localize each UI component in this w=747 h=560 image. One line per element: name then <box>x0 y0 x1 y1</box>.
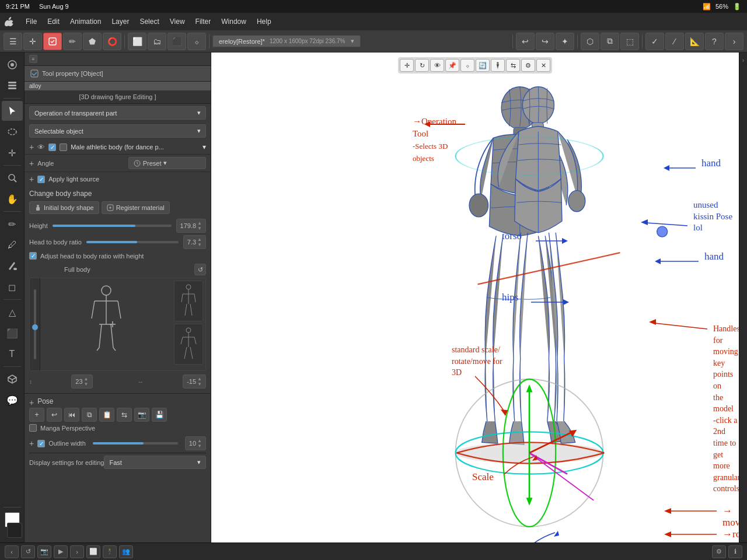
height-slider[interactable] <box>53 225 172 227</box>
ratio-slider[interactable] <box>86 241 179 243</box>
menu-animation[interactable]: Animation <box>65 16 106 27</box>
pose-camera-btn[interactable]: 📷 <box>134 408 149 422</box>
outline-value-box[interactable]: 10 ▲▼ <box>185 436 206 450</box>
tool-icon-zoom[interactable] <box>2 168 23 188</box>
panel-collapse-btn[interactable]: ≡ <box>29 55 37 63</box>
toolbar-move-btn[interactable]: ✛ <box>23 33 42 50</box>
bottom-next-btn[interactable]: › <box>70 545 84 558</box>
menu-file[interactable]: File <box>21 16 41 27</box>
toolbar-text-btn[interactable]: ⬦ <box>187 33 206 50</box>
canvas-tool-settings[interactable]: ⚙ <box>521 59 535 72</box>
sparkle-btn[interactable]: ✦ <box>556 33 574 50</box>
height-value-box[interactable]: 179.8 ▲▼ <box>176 219 206 233</box>
pose-back-btn[interactable]: ↩ <box>47 408 62 422</box>
canvas-area[interactable]: ✛ ↻ 👁 📌 ⬦ 🔄 🕴 ⇆ ⚙ ✕ →OperationT <box>211 52 739 542</box>
transform-btn[interactable]: ⧉ <box>601 33 619 50</box>
outline-slider[interactable] <box>93 442 178 444</box>
preview-refresh-btn[interactable]: ↺ <box>194 264 206 275</box>
preset-btn[interactable]: Preset ▾ <box>128 157 206 169</box>
menu-view[interactable]: View <box>165 16 190 27</box>
menu-edit[interactable]: Edit <box>43 16 64 27</box>
mini-figure-1[interactable] <box>174 281 203 321</box>
tool-icon-layers[interactable] <box>2 76 23 96</box>
adjust-checkbox[interactable]: ✓ <box>29 252 37 260</box>
bottom-settings-btn[interactable]: ⚙ <box>712 545 726 558</box>
canvas-tool-close[interactable]: ✕ <box>536 59 550 72</box>
canvas-tool-mirror[interactable]: ⇆ <box>506 59 520 72</box>
tool-icon-gradient[interactable]: ⬛ <box>2 323 23 343</box>
light-expand-btn[interactable]: + <box>29 174 34 184</box>
pose-copy-btn[interactable]: ⧉ <box>82 408 97 422</box>
outline-expand-btn[interactable]: + <box>29 439 34 448</box>
chevron-right-btn[interactable]: › <box>725 33 743 50</box>
model-eye-icon[interactable]: 👁 <box>37 143 45 152</box>
tool-icon-comic[interactable]: 💬 <box>2 390 23 410</box>
tool-icon-eraser[interactable]: ◻ <box>2 277 23 297</box>
body-height-slider[interactable] <box>30 278 40 370</box>
pose-skip-start-btn[interactable]: ⏮ <box>64 408 79 422</box>
tool-icon-1[interactable] <box>2 55 23 75</box>
toolbar-menu-btn[interactable]: ☰ <box>4 33 22 50</box>
tool-icon-fill[interactable] <box>2 256 23 276</box>
question-btn[interactable]: ? <box>705 33 724 50</box>
right-panel-toggle[interactable]: › <box>739 52 747 542</box>
model-expand-btn[interactable]: + <box>29 142 34 152</box>
model-checkbox[interactable]: ✓ <box>48 144 56 151</box>
spinner1-box[interactable]: 23 ▲▼ <box>71 374 92 388</box>
toolbar-crop-btn[interactable]: ⬜ <box>128 33 146 50</box>
menu-window[interactable]: Window <box>217 16 251 27</box>
undo-btn[interactable]: ↩ <box>516 33 535 50</box>
tool-icon-hand[interactable]: ✋ <box>2 189 23 209</box>
lasso-btn[interactable]: ⬚ <box>620 33 639 50</box>
menu-filter[interactable]: Filter <box>191 16 216 27</box>
bottom-figure-btn[interactable]: 🕴 <box>103 545 117 558</box>
initial-body-btn[interactable]: Initial body shape <box>29 201 99 214</box>
display-dropdown[interactable]: Fast ▾ <box>104 456 206 469</box>
pose-save-btn[interactable]: 💾 <box>152 408 167 422</box>
menu-help[interactable]: Help <box>252 16 276 27</box>
bottom-expand-btn[interactable]: ⬜ <box>86 545 100 558</box>
bottom-people-btn[interactable]: 👥 <box>119 545 133 558</box>
background-color[interactable] <box>7 523 22 538</box>
bottom-info-btn[interactable]: ℹ <box>728 545 742 558</box>
outline-checkbox[interactable]: ✓ <box>37 440 45 447</box>
toolbar-fill-btn[interactable]: 🗂 <box>148 33 166 50</box>
pose-paste-btn[interactable]: 📋 <box>99 408 114 422</box>
ruler-btn[interactable]: 📐 <box>685 33 704 50</box>
tool-icon-shape[interactable]: △ <box>2 302 23 322</box>
canvas-tab[interactable]: ereloy[Restore]* 1200 x 1600px 72dpi 236… <box>212 35 361 47</box>
tool-icon-text[interactable]: T <box>2 344 23 364</box>
toolbar-shape-btn[interactable]: ⭕ <box>103 33 121 50</box>
tool-icon-pointer[interactable] <box>2 101 23 121</box>
bottom-rotate-left-btn[interactable]: ↺ <box>21 545 35 558</box>
apple-menu[interactable] <box>4 16 15 27</box>
select-btn[interactable]: ⬡ <box>581 33 599 50</box>
ratio-value-box[interactable]: 7.3 ▲▼ <box>183 235 206 249</box>
tool-icon-pen[interactable]: 🖊 <box>2 235 23 255</box>
canvas-tool-pose[interactable]: 🕴 <box>491 59 505 72</box>
redo-btn[interactable]: ↪ <box>536 33 554 50</box>
menu-layer[interactable]: Layer <box>107 16 134 27</box>
manga-checkbox[interactable] <box>29 424 37 432</box>
pose-expand-btn[interactable]: + <box>29 398 34 407</box>
selectable-dropdown[interactable]: Selectable object ▾ <box>29 124 206 138</box>
canvas-tool-reset[interactable]: 🔄 <box>476 59 490 72</box>
bottom-prev-btn[interactable]: ‹ <box>5 545 19 558</box>
toolbar-edit-btn[interactable]: ✏ <box>63 33 82 50</box>
operation-dropdown[interactable]: Operation of transparent part ▾ <box>29 106 206 120</box>
canvas-tool-pin[interactable]: 📌 <box>445 59 459 72</box>
tool-icon-lasso[interactable] <box>2 122 23 142</box>
canvas-tab-close-icon[interactable]: ▾ <box>351 37 354 45</box>
toolbar-3d-btn[interactable] <box>43 33 62 50</box>
bottom-play-btn[interactable]: ▶ <box>54 545 68 558</box>
checkmark-btn[interactable]: ✓ <box>645 33 664 50</box>
pose-mirror-btn[interactable]: ⇆ <box>117 408 132 422</box>
menu-select[interactable]: Select <box>135 16 163 27</box>
bottom-camera-btn[interactable]: 📷 <box>37 545 51 558</box>
canvas-tool-rotate[interactable]: ↻ <box>415 59 429 72</box>
spinner2-box[interactable]: -15 ▲▼ <box>183 374 206 388</box>
canvas-tool-eye[interactable]: 👁 <box>430 59 444 72</box>
model-checkbox2[interactable] <box>60 144 67 151</box>
toolbar-vector-btn[interactable]: ⬟ <box>83 33 102 50</box>
toolbar-gradient-btn[interactable]: ⬛ <box>167 33 186 50</box>
